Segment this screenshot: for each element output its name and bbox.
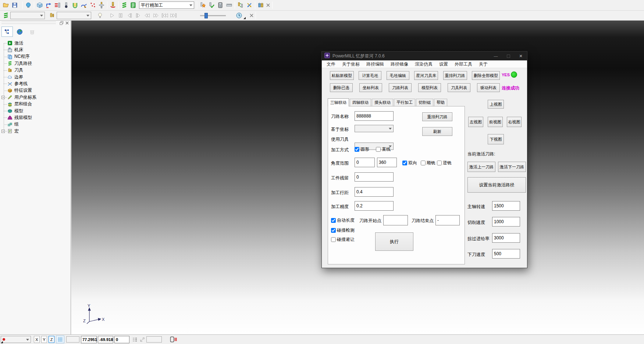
toolpath-name-input[interactable] bbox=[355, 111, 394, 121]
skim-feed-input[interactable] bbox=[492, 233, 520, 243]
flyout-corner-icon[interactable] bbox=[243, 17, 246, 19]
tree-item-workplanes[interactable]: +用户坐标系 bbox=[0, 94, 71, 101]
collision-check-checkbox[interactable] bbox=[331, 228, 336, 233]
close-toolbar-icon[interactable] bbox=[265, 2, 271, 8]
axis-x-button[interactable]: X bbox=[34, 336, 40, 343]
bidirectional-checkbox[interactable] bbox=[402, 161, 407, 165]
ball-tool-icon[interactable] bbox=[62, 1, 71, 10]
lightbulb-icon[interactable] bbox=[96, 11, 104, 20]
spindle-speed-input[interactable] bbox=[492, 201, 520, 211]
menu-external-tools[interactable]: 外部工具 bbox=[451, 61, 476, 67]
toolpath-combobox[interactable] bbox=[10, 12, 45, 19]
close-icon[interactable]: ✕ bbox=[515, 52, 527, 60]
tab-help[interactable]: 帮助 bbox=[434, 99, 447, 106]
fast-forward-icon[interactable] bbox=[152, 11, 160, 20]
dialog-titlebar[interactable]: PowerMILL 忆梦星河 7.0.6 — ✕ bbox=[322, 52, 527, 60]
drive-list-button[interactable]: 驱动列表 bbox=[477, 83, 500, 92]
refresh-button[interactable]: 刷新 bbox=[422, 127, 452, 136]
play-icon[interactable] bbox=[107, 11, 116, 20]
angle-start-input[interactable] bbox=[355, 158, 375, 167]
save-icon[interactable] bbox=[10, 1, 19, 10]
tool-pair-icon[interactable] bbox=[236, 1, 245, 10]
tolerance-input[interactable] bbox=[355, 201, 394, 211]
round-checkbox[interactable] bbox=[355, 147, 359, 152]
calc-block-button[interactable]: 计算毛坯 bbox=[359, 71, 381, 80]
tree-item-machine[interactable]: 机床 bbox=[0, 46, 71, 53]
menu-about[interactable]: 关于 bbox=[476, 61, 491, 67]
activate-prev-toolpath-button[interactable]: 激活上一刀路 bbox=[467, 162, 495, 172]
rewind-icon[interactable] bbox=[143, 11, 152, 20]
menu-file[interactable]: 文件 bbox=[323, 61, 339, 67]
shaded-view-icon[interactable] bbox=[24, 1, 33, 10]
pattern-points-icon[interactable] bbox=[88, 1, 97, 10]
point-select-dropdown[interactable] bbox=[1, 336, 31, 343]
menu-path-mirror[interactable]: 路径镜像 bbox=[387, 61, 412, 67]
go-to-end-icon[interactable] bbox=[169, 11, 178, 20]
set-active-path-button[interactable]: 设置当前激活路径 bbox=[467, 177, 526, 193]
tree-item-models[interactable]: 模型 bbox=[0, 108, 71, 114]
view-bottom-button[interactable]: 下视图 bbox=[488, 134, 504, 144]
menu-settings[interactable]: 设置 bbox=[436, 61, 451, 67]
device-pause-icon[interactable] bbox=[170, 336, 177, 344]
execute-button[interactable]: 执行 bbox=[375, 232, 413, 251]
expand-icon[interactable]: + bbox=[1, 130, 5, 133]
globe-tab[interactable] bbox=[14, 27, 25, 37]
coord-z-field[interactable]: 0 bbox=[114, 336, 129, 343]
toolpath-icon[interactable] bbox=[120, 1, 129, 10]
paste-new-model-button[interactable]: 粘贴新模型 bbox=[330, 71, 354, 80]
tree-item-tools[interactable]: 刀具 bbox=[0, 67, 71, 74]
tool-arc-icon[interactable] bbox=[108, 1, 117, 10]
feed-rate-icon[interactable] bbox=[53, 1, 62, 10]
workplane-list-button[interactable]: 坐标列表 bbox=[359, 83, 382, 92]
tree-item-feature-sets[interactable]: 特征设置 bbox=[0, 87, 71, 94]
coord-y-field[interactable]: -69.918 bbox=[98, 336, 113, 343]
pause-icon[interactable] bbox=[116, 11, 125, 20]
tab-3axis[interactable]: 三轴联动 bbox=[328, 98, 349, 106]
xyz-list-icon[interactable] bbox=[132, 337, 138, 343]
step-back-icon[interactable] bbox=[125, 11, 134, 20]
tree-item-activate[interactable]: 激活 bbox=[0, 40, 71, 46]
clock-icon[interactable] bbox=[235, 11, 243, 20]
tree-item-toolpaths[interactable]: 刀具路径 bbox=[0, 60, 71, 67]
rapid-moves-icon[interactable] bbox=[44, 1, 53, 10]
reorder-toolpath-button[interactable]: 重排列刀路 bbox=[422, 112, 452, 121]
menu-workplane[interactable]: 关于坐标 bbox=[339, 61, 363, 67]
grid-icon[interactable] bbox=[56, 336, 64, 343]
expand-icon[interactable]: + bbox=[1, 96, 5, 99]
block-edit-button[interactable]: 毛坯编辑 bbox=[387, 71, 409, 80]
coord-x-field[interactable]: 77.2951 bbox=[81, 336, 97, 343]
minimize-icon[interactable]: — bbox=[490, 52, 502, 60]
view-front-button[interactable]: 前视图 bbox=[488, 117, 503, 127]
tab-4axis[interactable]: 四轴联动 bbox=[350, 99, 371, 106]
tree-item-stock-models[interactable]: 残留模型 bbox=[0, 114, 71, 121]
conventional-mill-checkbox[interactable] bbox=[437, 161, 442, 165]
axis-z-button[interactable]: Z bbox=[49, 336, 54, 343]
tree-item-groups[interactable]: 组 bbox=[0, 121, 71, 128]
collision-check-icon[interactable] bbox=[198, 1, 207, 10]
tool-list-button[interactable]: 刀具列表 bbox=[448, 83, 470, 92]
delete-all-models-button[interactable]: 删除全部模型 bbox=[472, 71, 500, 80]
axis-y-button[interactable]: Y bbox=[41, 336, 47, 343]
snap-value-field[interactable] bbox=[66, 336, 79, 343]
end-point-input[interactable] bbox=[435, 215, 460, 225]
leads-links-icon[interactable] bbox=[71, 1, 79, 10]
tab-swivel-head[interactable]: 摆头联动 bbox=[372, 99, 393, 106]
angle-end-input[interactable] bbox=[377, 158, 397, 167]
climb-mill-checkbox[interactable] bbox=[421, 161, 426, 165]
block-icon[interactable] bbox=[35, 1, 44, 10]
curve-editor-icon[interactable] bbox=[79, 1, 88, 10]
toolpath-list-button[interactable]: 刀路列表 bbox=[389, 83, 412, 92]
line-checkbox[interactable] bbox=[376, 147, 381, 152]
tree-item-patterns[interactable]: 参考线 bbox=[0, 80, 71, 87]
tab-parallel[interactable]: 平行加工 bbox=[394, 99, 415, 106]
tab-saw[interactable]: 切割锯 bbox=[416, 99, 433, 106]
menu-path-edit[interactable]: 路径编辑 bbox=[363, 61, 387, 67]
tool-verify-icon[interactable] bbox=[207, 1, 216, 10]
stock-left-input[interactable] bbox=[355, 172, 394, 182]
ruler-icon[interactable] bbox=[225, 1, 234, 10]
close-panel-icon[interactable] bbox=[65, 21, 69, 25]
tool-library-button[interactable]: 星河刀具库 bbox=[414, 71, 438, 80]
trash-tab[interactable] bbox=[26, 27, 38, 37]
plunge-feed-input[interactable] bbox=[492, 249, 520, 259]
explorer-tree-tab[interactable] bbox=[1, 27, 13, 37]
